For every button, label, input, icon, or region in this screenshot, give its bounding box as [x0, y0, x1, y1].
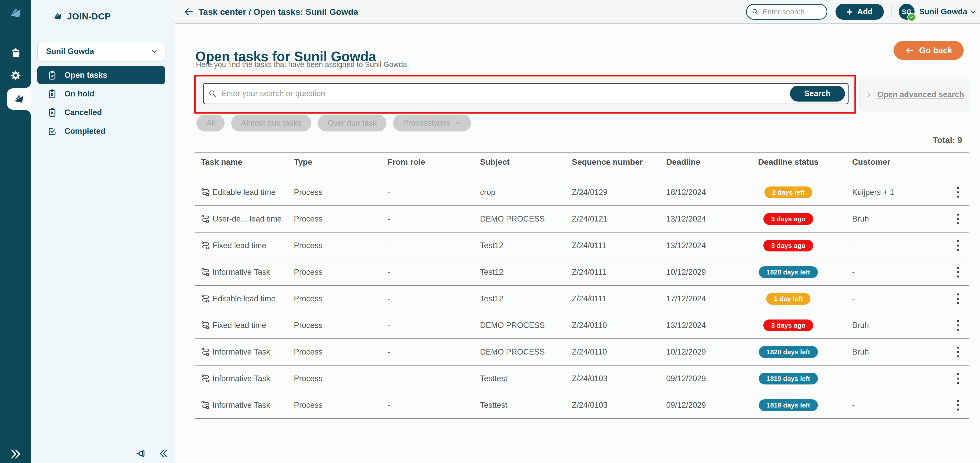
from-role: -	[387, 401, 480, 410]
clipboard-x-icon	[47, 107, 57, 118]
row-menu-button[interactable]	[955, 398, 961, 412]
icon-rail	[0, 0, 31, 463]
row-menu-button[interactable]	[955, 345, 961, 359]
workspace-selector[interactable]: Sunil Gowda	[37, 42, 165, 61]
column-header: Task name	[201, 158, 294, 167]
table-row[interactable]: Fixed lead time Process - Test12 Z/24/01…	[195, 232, 969, 259]
customer: Bruh	[844, 214, 932, 224]
filter-chip-all[interactable]: All	[196, 115, 224, 132]
sidebar-panel: JOIN-DCP Sunil Gowda Open tasks On hold …	[31, 0, 175, 463]
task-type: Process	[294, 214, 387, 224]
chip-label: Over due task	[328, 118, 377, 128]
app-root: JOIN-DCP Sunil Gowda Open tasks On hold …	[0, 0, 980, 463]
chevron-down-icon[interactable]	[969, 8, 977, 16]
column-header: Deadline status	[733, 158, 844, 167]
from-role: -	[387, 188, 480, 197]
table-row[interactable]: Editable lead time Process - Test12 Z/24…	[195, 286, 969, 312]
process-route-icon	[201, 400, 211, 410]
brand-logo-icon	[52, 11, 63, 22]
go-back-label: Go back	[919, 46, 952, 55]
task-type: Process	[294, 241, 387, 250]
row-menu-button[interactable]	[955, 212, 961, 226]
table-row[interactable]: User-de... lead time Process - DEMO PROC…	[195, 206, 969, 232]
sidebar-footer	[136, 448, 168, 460]
active-module-tab[interactable]	[6, 88, 31, 110]
subject: Test12	[480, 267, 572, 277]
process-route-icon	[201, 187, 211, 197]
filter-chip-processtypes[interactable]: Processtypes	[393, 115, 471, 132]
sequence-number: Z/24/0103	[572, 401, 666, 410]
sequence-number: Z/24/0121	[572, 214, 666, 224]
chip-label: All	[206, 118, 215, 128]
go-back-button[interactable]: Go back	[894, 41, 964, 60]
customer: -	[844, 401, 932, 410]
settings-gear-icon[interactable]	[10, 70, 21, 81]
table-row[interactable]: Informative Task Process - DEMO PROCESS …	[195, 339, 969, 366]
task-name: Fixed lead time	[213, 321, 294, 330]
column-header: Type	[294, 158, 387, 167]
brand-name: JOIN-DCP	[67, 11, 111, 21]
row-menu-button[interactable]	[955, 292, 961, 305]
task-search-placeholder: Enter your search or question	[221, 89, 325, 98]
sequence-number: Z/24/0110	[572, 321, 666, 330]
sequence-number: Z/24/0129	[572, 188, 666, 197]
row-menu-button[interactable]	[955, 372, 961, 385]
process-route-icon	[201, 214, 211, 224]
user-avatar[interactable]: SG	[899, 4, 915, 20]
subject: Test12	[480, 294, 572, 303]
customer: Bruh	[844, 347, 932, 356]
presence-badge	[907, 13, 916, 21]
clipboard-pause-icon	[47, 89, 57, 99]
column-header: Sequence number	[572, 158, 666, 167]
tab-fillet-top	[25, 81, 31, 88]
subject: DEMO PROCESS	[480, 214, 572, 224]
sidebar-item-open-tasks[interactable]: Open tasks	[37, 66, 165, 84]
from-role: -	[387, 321, 480, 330]
table-row[interactable]: Editable lead time Process - crop Z/24/0…	[195, 179, 969, 206]
pin-sidebar-icon[interactable]	[136, 448, 148, 460]
sidebar-item-completed[interactable]: Completed	[37, 122, 165, 140]
subject: crop	[480, 188, 572, 197]
sequence-number: Z/24/0111	[572, 294, 666, 303]
expand-rail-icon[interactable]	[9, 448, 22, 460]
table-row[interactable]: Informative Task Process - Test12 Z/24/0…	[195, 259, 969, 286]
tab-fillet-bottom	[25, 110, 31, 116]
from-role: -	[387, 214, 480, 224]
add-button[interactable]: + Add	[835, 4, 884, 20]
from-role: -	[387, 241, 480, 250]
search-icon	[208, 89, 217, 98]
task-search-input[interactable]: Enter your search or question Search	[203, 83, 848, 104]
back-arrow-icon[interactable]	[183, 6, 194, 18]
task-name: Informative Task	[213, 347, 294, 356]
sidebar-item-cancelled[interactable]: Cancelled	[37, 103, 165, 121]
search-icon	[751, 8, 759, 16]
table-row[interactable]: Informative Task Process - Testtest Z/24…	[195, 366, 969, 392]
collapse-sidebar-icon[interactable]	[159, 449, 168, 458]
filter-chips: All Almost due tasks Over due task Proce…	[196, 115, 471, 132]
sequence-number: Z/24/0110	[572, 347, 666, 356]
row-menu-button[interactable]	[955, 265, 961, 279]
table-row[interactable]: Fixed lead time Process - DEMO PROCESS Z…	[195, 312, 969, 339]
teams-icon[interactable]	[10, 47, 21, 59]
search-button[interactable]: Search	[790, 86, 845, 102]
advanced-search-link[interactable]: Open advanced search	[859, 78, 970, 111]
task-name: Informative Task	[213, 401, 294, 410]
global-search-placeholder: Enter search	[763, 8, 805, 16]
subject: Testtest	[480, 374, 572, 383]
row-menu-button[interactable]	[955, 185, 961, 199]
chevron-right-icon	[865, 91, 873, 98]
table-row[interactable]: Informative Task Process - Testtest Z/24…	[195, 392, 969, 419]
chevron-down-icon	[455, 120, 461, 126]
sidebar-item-on-hold[interactable]: On hold	[37, 85, 165, 103]
filter-chip-over-due[interactable]: Over due task	[318, 115, 387, 132]
row-menu-button[interactable]	[955, 318, 961, 332]
row-menu-button[interactable]	[955, 239, 961, 253]
deadline-status-badge: 1820 days left	[759, 346, 818, 358]
user-name[interactable]: Sunil Gowda	[919, 7, 967, 16]
global-search-input[interactable]: Enter search	[746, 4, 827, 20]
deadline: 13/12/2024	[666, 214, 733, 224]
module-logo-icon	[13, 93, 25, 105]
filter-chip-almost-due[interactable]: Almost due tasks	[231, 115, 311, 132]
table-header: Task name Type From role Subject Sequenc…	[195, 153, 969, 179]
process-route-icon	[201, 374, 211, 384]
